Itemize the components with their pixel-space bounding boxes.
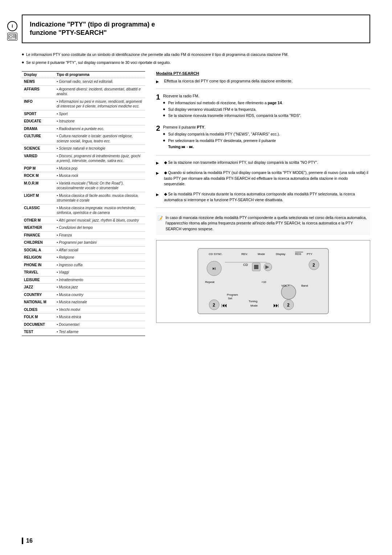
divider-1 [156, 89, 370, 89]
table-cell-type: • Radiodrammi a puntate ecc. [54, 125, 145, 133]
svg-text:REV.: REV. [241, 252, 248, 256]
table-cell-display: TEST [22, 328, 54, 336]
svg-text:▶: ▶ [265, 264, 269, 270]
svg-text:VOL.+: VOL.+ [281, 284, 290, 287]
page-title: Indicazione "PTY" (tipo di programma) e … [30, 20, 362, 37]
table-row: INFO• Informazioni su pesi e misure, ren… [22, 98, 145, 110]
table-cell-display: FOLK M [22, 313, 54, 321]
intro-section: Le informazioni PTY sono costituite da u… [22, 52, 370, 66]
table-cell-display: POP M [22, 165, 54, 172]
table-row: TRAVEL• Viaggi [22, 269, 145, 276]
svg-text:CD: CD [243, 263, 248, 267]
svg-rect-20 [254, 265, 258, 269]
step-1-bullet-1: Per informazioni sul metodo di ricezione… [163, 100, 370, 106]
page-header: Indicazione "PTY" (tipo di programma) e … [22, 15, 370, 43]
table-cell-display: FINANCE [22, 231, 54, 239]
table-cell-type: • Affari sociali [54, 246, 145, 254]
table-cell-display: NEWS [22, 78, 54, 86]
note-block: In caso di mancata ricezione della modal… [156, 212, 370, 235]
table-row: LIGHT M• Musica classica di facile ascol… [22, 192, 145, 204]
table-cell-display: TRAVEL [22, 269, 54, 276]
device-diagram: CD SYNC. REV. Mode Display RDS PTY ⏯ CD [156, 240, 370, 323]
table-row: NATIONAL M• Musica nazionale [22, 299, 145, 306]
page: i Indicazione "PTY" (tipo di programma) … [0, 0, 392, 555]
table-cell-type: • Varietà musicale ("Music On the Road")… [54, 179, 145, 192]
arrow-block-3: ◆ Se la modalità PTY ricevuta durante la… [156, 191, 370, 203]
table-cell-display: M.O.R.M [22, 179, 54, 192]
step-1-content: Ricevere la radio FM. Per informazioni s… [163, 93, 370, 119]
table-row: CLASSIC• Musica classica impegnata: musi… [22, 204, 145, 216]
side-icons: i [7, 21, 17, 41]
table-cell-display: OLDIES [22, 306, 54, 313]
table-cell-display: SOCIAL A [22, 246, 54, 254]
table-row: FOLK M• Musica etnica [22, 313, 145, 321]
table-cell-type: • Religione [54, 254, 145, 262]
table-row: OTHER M• Altri generi musicali: jazz, rh… [22, 216, 145, 224]
table-cell-display: PHONE IN [22, 261, 54, 269]
table-cell-display: INFO [22, 98, 54, 110]
svg-text:Program: Program [227, 293, 238, 296]
pty-search-intro-block: Effettua la ricerca del PTY come tipo di… [156, 78, 370, 84]
table-cell-display: SPORT [22, 110, 54, 118]
right-column: Modalità PTY-SEARCH Effettua la ricerca … [156, 71, 370, 336]
table-row: LEISURE• Intrattenimento [22, 276, 145, 284]
svg-text:Tuning: Tuning [249, 300, 257, 303]
table-cell-type: • Intrattenimento [54, 276, 145, 284]
table-cell-type: • Musica classica di facile ascolto: mus… [54, 192, 145, 204]
table-cell-type: • Sport [54, 110, 145, 118]
left-column: Display Tipo di programma NEWS• Giornali… [22, 71, 145, 336]
table-row: POP M• Musica pop [22, 165, 145, 172]
table-cell-type: • Test allarme [54, 328, 145, 336]
table-cell-display: COUNTRY [22, 291, 54, 299]
table-cell-display: WEATHER [22, 224, 54, 232]
svg-text:PTY: PTY [307, 252, 313, 256]
pty-search-intro-text: Effettua la ricerca del PTY come tipo di… [164, 79, 293, 83]
svg-point-1 [10, 36, 12, 38]
divider-3 [156, 207, 370, 208]
svg-text:2: 2 [313, 263, 315, 268]
table-cell-type: • Musica rock [54, 172, 145, 180]
intro-bullet-2: Se si preme il pulsante "PTY", sul displ… [22, 60, 370, 66]
svg-text:CD SYNC.: CD SYNC. [209, 252, 222, 256]
divider-2 [156, 155, 370, 155]
table-cell-display: ROCK M [22, 172, 54, 180]
table-row: SPORT• Sport [22, 110, 145, 118]
table-cell-display: DOCUMENT [22, 321, 54, 328]
pty-search-title: Modalità PTY-SEARCH [156, 71, 370, 76]
arrow-block-1: ◆ Se la stazione non trasmette informazi… [156, 160, 370, 166]
svg-text:⏭: ⏭ [273, 302, 279, 308]
table-row: TEST• Test allarme [22, 328, 145, 336]
table-cell-display: CHILDREN [22, 239, 54, 247]
table-cell-type: • Altri generi musicali: jazz, rhythm & … [54, 216, 145, 224]
table-row: FINANCE• Finanza [22, 231, 145, 239]
device-svg: CD SYNC. REV. Mode Display RDS PTY ⏯ CD [161, 245, 366, 317]
table-cell-type: • Giornali radio, servizi ed editoriali. [54, 78, 145, 86]
table-row: COUNTRY• Musica country [22, 291, 145, 299]
arrow-block-2: ◆ Quando si seleziona la modalità PTY (s… [156, 170, 370, 187]
svg-text:RDS: RDS [295, 252, 301, 256]
arrow-1-bullet: ◆ [164, 160, 168, 165]
table-cell-display: LEISURE [22, 276, 54, 284]
svg-text:Band: Band [301, 284, 308, 287]
table-cell-type: • Cultura nazionale o locale: questioni … [54, 133, 145, 145]
step-2-bullet-2: Per selezionare la modalità PTY desidera… [163, 138, 370, 144]
table-cell-type: • Musica jazz [54, 284, 145, 291]
radio-icon [7, 33, 17, 41]
table-row: DOCUMENT• Documentari [22, 321, 145, 328]
table-cell-type: • Condizioni del tempo [54, 224, 145, 232]
table-row: CHILDREN• Programmi per bambini [22, 239, 145, 247]
table-cell-display: CLASSIC [22, 204, 54, 216]
step-1-block: 1 Ricevere la radio FM. Per informazioni… [156, 93, 370, 119]
table-cell-display: VARIED [22, 152, 54, 165]
table-row: VARIED• Discorsi, programmi di intratten… [22, 152, 145, 165]
arrow-3-bullet: ◆ [164, 192, 168, 196]
svg-text:2: 2 [287, 303, 290, 308]
table-row: EDUCATE• Istruzione [22, 118, 145, 125]
step-1-title: Ricevere la radio FM. [163, 93, 370, 99]
table-cell-type: • Scienze naturali e tecnologie [54, 145, 145, 153]
table-cell-display: CULTURE [22, 133, 54, 145]
table-cell-type: • Viaggi [54, 269, 145, 276]
svg-text:Display: Display [276, 252, 285, 256]
table-cell-display: DRAMA [22, 125, 54, 133]
table-cell-display: SCIENCE [22, 145, 54, 153]
